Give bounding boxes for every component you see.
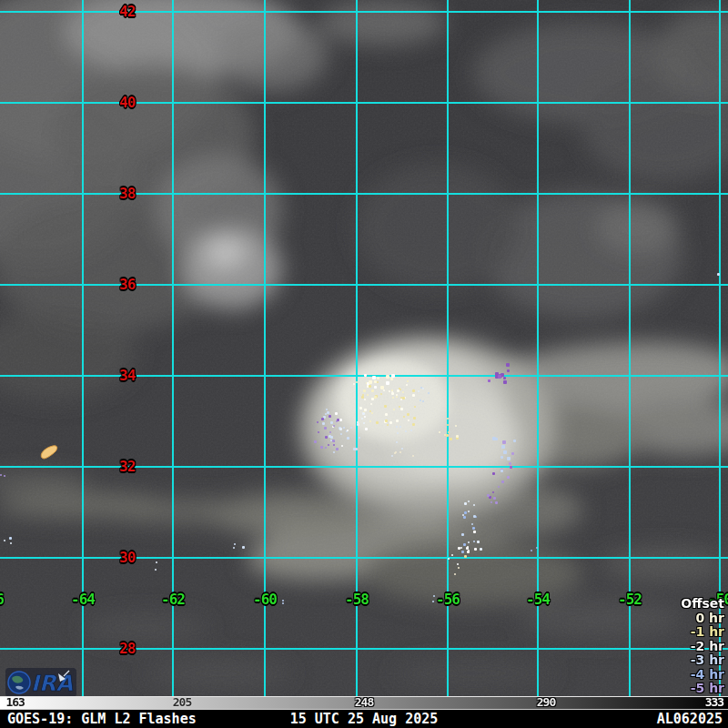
longitude-label: -54 xyxy=(511,592,565,607)
latitude-label: 28 xyxy=(109,642,146,656)
lightning-flash-dot xyxy=(446,434,449,437)
lightning-flash-dot xyxy=(353,383,355,385)
colorbar-tick-label: 333 xyxy=(705,696,723,709)
lightning-flash-dot xyxy=(396,441,398,443)
lightning-flash-dot xyxy=(488,379,490,382)
lightning-flash-dot xyxy=(393,409,395,410)
lightning-flash-dot xyxy=(371,389,374,392)
lightning-flash-dot xyxy=(503,377,506,379)
status-bar: GOES-19: GLM L2 Flashes 15 UTC 25 Aug 20… xyxy=(0,710,728,728)
lightning-flash-dot xyxy=(400,408,403,410)
lightning-flash-dot xyxy=(369,380,372,384)
lightning-flash-dot xyxy=(498,486,500,488)
lightning-flash-dot xyxy=(503,450,507,454)
lightning-flash-dot xyxy=(377,377,379,379)
lightning-flash-dot xyxy=(386,375,389,379)
longitude-label: -56 xyxy=(420,592,475,607)
lightning-flash-dot xyxy=(335,412,338,415)
lightning-flash-dot xyxy=(461,533,464,536)
lightning-flash-dot xyxy=(464,511,467,514)
offset-legend-entry: -1 hr xyxy=(681,625,724,640)
lightning-flash-dot xyxy=(361,418,363,420)
colorbar: 163205248290333 xyxy=(0,696,728,710)
lightning-flash-dot xyxy=(456,435,459,438)
lightning-flash-dot xyxy=(340,433,342,435)
lightning-flash-dot xyxy=(506,363,510,367)
lightning-flash-dot xyxy=(341,445,343,447)
lightning-flash-dot xyxy=(333,425,335,427)
longitude-label: -58 xyxy=(329,592,384,607)
lightning-flash-dot xyxy=(326,409,328,410)
lightning-flash-dot xyxy=(369,420,371,422)
lightning-flash-dot xyxy=(495,501,498,504)
lightning-flash-dot xyxy=(374,380,377,383)
lightning-flash-dot xyxy=(444,434,446,436)
longitude-label: -66 xyxy=(0,592,19,607)
lightning-flash-dot xyxy=(507,457,511,460)
lightning-flash-dot xyxy=(339,419,342,421)
lightning-flash-dot xyxy=(376,421,379,424)
lightning-flash-dot xyxy=(389,421,392,424)
lightning-flash-dot xyxy=(357,423,359,426)
lightning-flash-dot xyxy=(495,438,498,440)
lightning-flash-dot xyxy=(448,431,450,433)
lightning-flash-dot xyxy=(466,547,469,550)
lightning-flash-dot xyxy=(407,380,409,382)
lightning-flash-dot xyxy=(380,386,384,389)
longitude-label: -60 xyxy=(238,592,292,607)
lightning-flash-dot xyxy=(414,406,416,408)
lightning-flash-dot xyxy=(359,407,362,410)
lightning-flash-dot xyxy=(317,421,318,423)
lightning-flash-dot xyxy=(464,555,467,558)
lightning-flash-dot xyxy=(330,436,333,439)
latitude-label: 34 xyxy=(109,369,146,383)
longitude-label: -64 xyxy=(56,592,110,607)
latitude-label: 40 xyxy=(109,96,146,110)
lightning-flash-dot xyxy=(507,476,510,479)
offset-legend-entry: -3 hr xyxy=(681,653,724,668)
lightning-flash-dot xyxy=(450,438,452,440)
lightning-flash-dot xyxy=(336,448,339,450)
satellite-viewer: 4240383634323028-66-64-62-60-58-56-54-52… xyxy=(0,0,728,728)
latitude-label: 30 xyxy=(109,551,146,565)
lightning-flash-dot xyxy=(513,440,516,442)
lightning-flash-dot xyxy=(325,436,328,439)
storm-id-badge: AL062025 xyxy=(657,711,723,727)
lightning-flash-dot xyxy=(468,541,470,543)
lightning-flash-dot xyxy=(329,431,331,433)
lightning-flash-dot xyxy=(353,448,356,450)
offset-legend: Offset 0 hr-1 hr-2 hr-3 hr-4 hr-5 hr-6 h… xyxy=(681,597,724,696)
longitude-label: -52 xyxy=(602,592,657,607)
lightning-flash-dot xyxy=(447,418,449,420)
lightning-flash-dot xyxy=(501,445,505,449)
lightning-flash-dot xyxy=(318,431,319,433)
latitude-label: 32 xyxy=(109,460,146,474)
lightning-flash-dot xyxy=(324,427,327,430)
lightning-flash-dot xyxy=(451,554,453,556)
lightning-flash-dot xyxy=(408,420,410,421)
lightning-flash-dot xyxy=(325,413,327,415)
lightning-flash-dot xyxy=(329,415,331,418)
lightning-flash-dot xyxy=(463,516,466,519)
lightning-flash-dot xyxy=(406,384,408,386)
lightning-flash-dot xyxy=(503,380,507,384)
colorbar-tick-label: 205 xyxy=(173,696,191,709)
colorbar-tick-label: 163 xyxy=(5,696,24,709)
latitude-label: 38 xyxy=(109,187,146,201)
lightning-flash-dot xyxy=(413,417,416,420)
offset-legend-entry: 0 hr xyxy=(681,612,724,626)
lightning-flash-dot xyxy=(510,466,512,469)
lightning-flash-dot xyxy=(397,432,399,434)
offset-legend-entry: -2 hr xyxy=(681,640,724,654)
offset-legend-entry: -5 hr xyxy=(681,682,724,696)
offset-legend-title: Offset xyxy=(681,597,724,612)
offset-legend-entry: -4 hr xyxy=(681,668,724,682)
lightning-flash-dot xyxy=(323,416,326,419)
lightning-flash-dot xyxy=(384,405,387,408)
cira-logo: IRA xyxy=(5,668,78,696)
lightning-flash-dot xyxy=(401,448,403,450)
timestamp: 15 UTC 25 Aug 2025 xyxy=(0,711,728,727)
lightning-flash-dot xyxy=(500,456,503,459)
lightning-flash-dot xyxy=(412,455,414,457)
lightning-flash-dot xyxy=(477,541,480,543)
